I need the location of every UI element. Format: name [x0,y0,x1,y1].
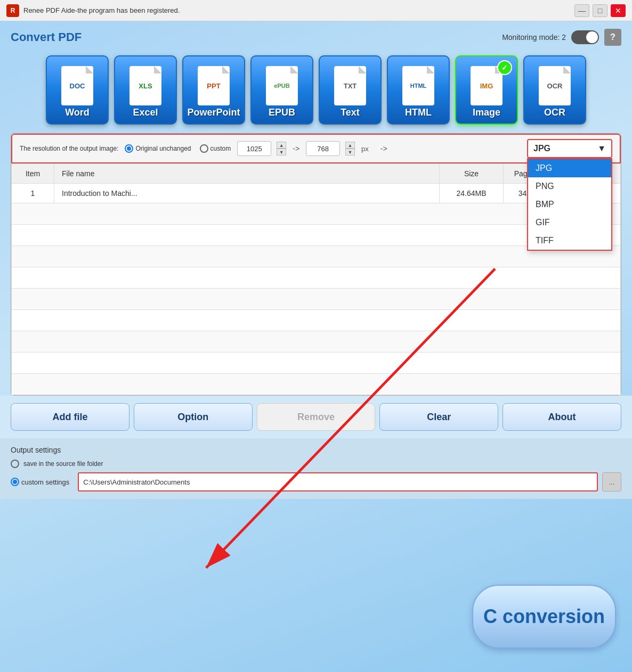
save-source-row: save in the source file folder [11,460,621,468]
ocr-icon-area: OCR [533,64,576,107]
width-spinner[interactable]: ▲ ▼ [277,142,286,155]
monitoring-label: Monitoring mode: 2 [502,33,566,42]
active-check-icon: ✓ [497,60,512,75]
height-spinner[interactable]: ▲ ▼ [345,142,355,155]
app-title: Convert PDF [11,30,82,44]
width-down-btn[interactable]: ▼ [277,149,286,155]
app-container: Convert PDF Monitoring mode: 2 ? DOC Wor… [0,21,632,672]
height-up-btn[interactable]: ▲ [345,142,355,149]
help-button[interactable]: ? [604,29,621,46]
monitoring-area: Monitoring mode: 2 ? [502,29,621,46]
radio-circle-custom [200,144,208,153]
radio-group-resolution: Original unchanged custom [125,144,231,153]
custom-settings-row: custom settings ... [11,472,621,491]
about-button[interactable]: About [503,403,621,431]
col-item: Item [12,164,54,184]
epub-icon-bg: ePUB [266,66,298,105]
radio-inner-original [127,146,131,151]
epub-label: EPUB [269,107,295,118]
empty-row [12,267,621,289]
format-option-jpg[interactable]: JPG [528,159,611,177]
radio-save-source[interactable] [11,460,19,468]
radio-circle-original [125,144,133,153]
format-selected-value: JPG [533,144,550,153]
radio-custom[interactable]: custom [200,144,231,153]
bottom-buttons-row: Add file Option Remove Clear About [0,396,632,438]
format-option-gif[interactable]: GIF [528,214,611,232]
text-label: Text [341,107,360,118]
add-file-button[interactable]: Add file [11,403,129,431]
format-option-tiff[interactable]: TIFF [528,232,611,250]
format-option-bmp[interactable]: BMP [528,195,611,214]
format-btn-word[interactable]: DOC Word [46,55,109,125]
pixel-unit-label: px [361,145,369,153]
excel-label: Excel [133,107,158,118]
radio-original-label: Original unchanged [135,145,191,152]
excel-icon-bg: XLS [129,66,161,105]
browse-button[interactable]: ... [602,472,621,491]
text-icon-area: TXT [329,64,371,107]
word-icon-bg: DOC [61,66,93,105]
empty-row [12,353,621,374]
empty-row [12,331,621,353]
format-option-png[interactable]: PNG [528,177,611,195]
format-btn-powerpoint[interactable]: PPT PowerPoint [182,55,245,125]
ppt-icon-bg: PPT [198,66,230,105]
custom-settings-text: custom settings [21,478,69,486]
format-btn-excel[interactable]: XLS Excel [114,55,177,125]
output-settings-label: Output settings [11,446,621,454]
format-btn-epub[interactable]: ePUB EPUB [250,55,313,125]
output-path-input[interactable] [78,472,598,491]
clear-button[interactable]: Clear [379,403,498,431]
html-label: HTML [405,107,432,118]
format-buttons-row: DOC Word XLS Excel PPT PowerPo [0,50,632,133]
format-btn-ocr[interactable]: OCR OCR [523,55,586,125]
ppt-label: PowerPoint [187,107,240,118]
excel-icon-area: XLS [124,64,167,107]
empty-row [12,310,621,331]
arrow-separator: -> [380,144,387,153]
option-button[interactable]: Option [134,403,253,431]
width-up-btn[interactable]: ▲ [277,142,286,149]
custom-settings-label: custom settings [11,478,69,486]
word-label: Word [65,107,90,118]
format-dropdown-list: JPG PNG BMP GIF TIFF [527,158,612,251]
col-size: Size [440,164,504,184]
height-input[interactable] [306,141,340,156]
titlebar: R Renee PDF Aide-the program has been re… [0,0,632,21]
text-icon-bg: TXT [334,66,366,105]
radio-custom-label: custom [210,145,231,152]
save-source-label: save in the source file folder [23,460,103,468]
cell-size: 24.64MB [440,184,504,203]
monitoring-toggle[interactable] [571,30,599,44]
output-settings-section: Output settings save in the source file … [0,438,632,499]
main-content: The resolution of the output image: Orig… [11,133,621,396]
radio-original[interactable]: Original unchanged [125,144,191,153]
html-icon-area: HTML [397,64,440,107]
minimize-button[interactable]: — [574,4,589,17]
format-btn-text[interactable]: TXT Text [319,55,382,125]
format-select-button[interactable]: JPG ▼ [527,139,612,158]
format-btn-html[interactable]: HTML HTML [387,55,450,125]
toggle-knob [586,31,598,43]
resolution-bar: The resolution of the output image: Orig… [11,134,621,163]
format-btn-image[interactable]: IMG ✓ Image [455,55,518,125]
close-button[interactable]: ✕ [611,4,626,17]
height-down-btn[interactable]: ▼ [345,149,355,155]
html-icon-bg: HTML [402,66,434,105]
width-input[interactable] [237,141,271,156]
remove-button[interactable]: Remove [257,403,376,431]
empty-row [12,289,621,310]
convert-btn-container: C conversion [472,585,616,649]
convert-button[interactable]: C conversion [472,585,616,649]
ocr-label: OCR [544,107,565,118]
app-icon: R [6,4,19,17]
empty-row [12,374,621,395]
format-dropdown-wrapper: JPG ▼ JPG PNG BMP GIF TIFF [527,139,612,158]
word-icon-area: DOC [56,64,99,107]
cell-filename: Introduction to Machi... [54,184,440,203]
maximize-button[interactable]: □ [593,4,607,17]
titlebar-text: Renee PDF Aide-the program has been regi… [23,6,570,14]
cell-item: 1 [12,184,54,203]
radio-custom-settings[interactable] [11,478,19,486]
